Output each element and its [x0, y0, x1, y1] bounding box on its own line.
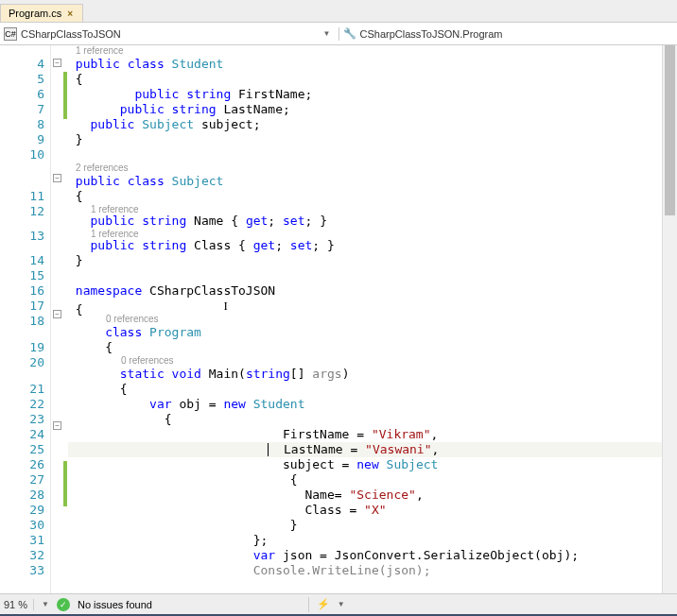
class-dropdown[interactable]: 🔧 CSharpClassToJSON.Program	[338, 27, 678, 41]
code-line[interactable]: {	[68, 472, 662, 488]
code-line[interactable]: public Subject subject;	[68, 117, 662, 132]
line-number: 22	[0, 397, 44, 412]
line-number: 13	[0, 229, 44, 244]
fold-toggle[interactable]: −	[53, 59, 61, 67]
code-line[interactable]: namespace CSharpClassToJSON	[68, 283, 662, 299]
code-line[interactable]: class Program	[68, 325, 662, 340]
change-indicator	[63, 72, 67, 119]
line-number: 15	[0, 268, 44, 283]
code-line[interactable]: var json = JsonConvert.SerializeObject(o…	[68, 548, 662, 563]
line-number: 20	[0, 355, 44, 370]
codelens[interactable]: 1 reference	[68, 229, 662, 238]
codelens[interactable]: 0 references	[68, 355, 662, 367]
line-number: 9	[0, 132, 44, 147]
fold-toggle[interactable]: −	[53, 174, 61, 182]
class-name: CSharpClassToJSON.Program	[360, 28, 503, 40]
change-indicator	[63, 461, 67, 506]
line-number: 31	[0, 533, 44, 548]
line-number: 28	[0, 488, 44, 503]
lightning-icon[interactable]: ⚡	[317, 598, 330, 610]
line-number: 29	[0, 503, 44, 518]
project-dropdown[interactable]: C# CSharpClassToJSON ▼	[0, 27, 338, 41]
vertical-scrollbar[interactable]	[662, 45, 677, 593]
code-line[interactable]: {	[68, 189, 662, 204]
line-number: 7	[0, 102, 44, 117]
code-line[interactable]: Console.WriteLine(json);	[68, 563, 662, 578]
code-line[interactable]: public string Class { get; set; }	[68, 238, 662, 253]
line-number: 16	[0, 283, 44, 299]
code-line[interactable]: var obj = new Student	[68, 397, 662, 412]
line-number: 25	[0, 442, 44, 457]
line-number: 10	[0, 147, 44, 163]
codelens[interactable]: 1 reference	[68, 45, 662, 57]
chevron-down-icon[interactable]: ▼	[42, 600, 49, 608]
line-number: 26	[0, 457, 44, 472]
line-number: 5	[0, 72, 44, 87]
line-number: 32	[0, 548, 44, 563]
line-number: 19	[0, 340, 44, 355]
chevron-down-icon: ▼	[320, 29, 335, 38]
code-line[interactable]: subject = new Subject	[68, 457, 662, 472]
code-line[interactable]: public string FirstName;	[68, 87, 662, 102]
line-number: 18	[0, 314, 44, 329]
code-line[interactable]: }	[68, 518, 662, 533]
code-line[interactable]: }	[68, 253, 662, 268]
text-cursor-icon	[223, 299, 233, 314]
code-line[interactable]: public class Student	[68, 57, 662, 72]
code-line[interactable]: public string Name { get; set; }	[68, 214, 662, 229]
code-line[interactable]: {	[68, 72, 662, 87]
caret	[268, 443, 269, 456]
close-icon[interactable]: ×	[65, 9, 75, 19]
codelens[interactable]: 2 references	[68, 163, 662, 174]
code-line[interactable]: {	[68, 340, 662, 355]
fold-toggle[interactable]: −	[53, 310, 61, 318]
class-icon: 🔧	[343, 27, 356, 41]
line-number-gutter: 4 5 6 7 8 9 10 11 12 13 14 15 16 17 18 1…	[0, 45, 51, 593]
line-number: 27	[0, 472, 44, 488]
code-line[interactable]: {	[68, 382, 662, 397]
navigation-bar: C# CSharpClassToJSON ▼ 🔧 CSharpClassToJS…	[0, 23, 677, 45]
code-line[interactable]: public string LastName;	[68, 102, 662, 117]
check-icon: ✓	[57, 598, 70, 611]
csharp-icon: C#	[4, 27, 17, 41]
chevron-down-icon[interactable]: ▼	[338, 600, 345, 608]
code-editor: 4 5 6 7 8 9 10 11 12 13 14 15 16 17 18 1…	[0, 45, 677, 593]
line-number: 24	[0, 427, 44, 442]
code-line[interactable]: LastName = "Vaswani",	[68, 442, 662, 457]
code-line[interactable]: {	[68, 299, 662, 314]
code-line[interactable]: };	[68, 533, 662, 548]
line-number: 6	[0, 87, 44, 102]
line-number: 30	[0, 518, 44, 533]
code-line[interactable]: public class Subject	[68, 174, 662, 189]
scroll-thumb[interactable]	[665, 45, 675, 215]
code-line[interactable]: static void Main(string[] args)	[68, 367, 662, 382]
zoom-level[interactable]: 91 %	[4, 599, 34, 610]
code-line[interactable]: FirstName = "Vikram",	[68, 427, 662, 442]
tab-title: Program.cs	[9, 8, 61, 19]
line-number: 17	[0, 299, 44, 314]
fold-toggle[interactable]: −	[53, 421, 61, 430]
project-name: CSharpClassToJSON	[21, 28, 121, 40]
code-line[interactable]: }	[68, 132, 662, 147]
codelens[interactable]: 1 reference	[68, 204, 662, 214]
line-number: 12	[0, 204, 44, 219]
code-content[interactable]: 1 reference public class Student { publi…	[68, 45, 662, 593]
line-number: 11	[0, 189, 44, 204]
document-tab[interactable]: Program.cs ×	[0, 4, 83, 22]
code-line[interactable]: Class = "X"	[68, 503, 662, 518]
line-number: 21	[0, 382, 44, 397]
code-line[interactable]: Name= "Science",	[68, 488, 662, 503]
code-line[interactable]: {	[68, 412, 662, 427]
line-number: 33	[0, 563, 44, 578]
fold-column: − − − −	[51, 45, 68, 593]
issues-text[interactable]: No issues found	[78, 599, 152, 610]
line-number: 14	[0, 253, 44, 268]
line-number: 23	[0, 412, 44, 427]
line-number: 8	[0, 117, 44, 132]
line-number: 4	[0, 57, 44, 72]
editor-status-bar: 91 % ▼ ✓ No issues found ⚡ ▼	[0, 593, 677, 614]
document-tab-bar: Program.cs ×	[0, 0, 677, 23]
